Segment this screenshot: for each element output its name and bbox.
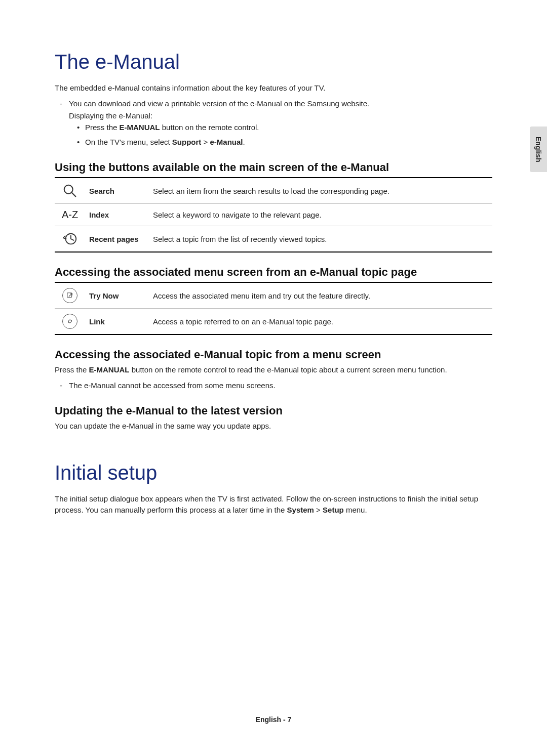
index-label: Index: [85, 204, 149, 226]
support-menu-ref: Support: [172, 138, 202, 146]
search-label: Search: [85, 178, 149, 204]
az-icon-text: A-Z: [62, 209, 78, 220]
search-desc: Select an item from the search results t…: [149, 178, 492, 204]
link-label: Link: [85, 309, 149, 335]
t: .: [243, 138, 245, 146]
method-menu: On the TV's menu, select Support > e-Man…: [55, 137, 492, 148]
t: Press the: [85, 123, 120, 132]
table-row: Search Select an item from the search re…: [55, 178, 492, 204]
heading-buttons: Using the buttons available on the main …: [55, 161, 492, 174]
t: >: [201, 138, 210, 146]
displaying-label: Displaying the e-Manual:: [55, 111, 492, 120]
try-now-desc: Access the associated menu item and try …: [149, 282, 492, 309]
display-methods-list: Press the E-MANUAL button on the remote …: [55, 122, 492, 148]
t: Press the: [55, 365, 89, 374]
topic-table: Try Now Access the associated menu item …: [55, 282, 492, 335]
svg-line-4: [71, 239, 74, 240]
e-manual-button-ref-2: E-MANUAL: [89, 365, 130, 374]
page-content: The e-Manual The embedded e-Manual conta…: [55, 51, 492, 520]
download-note: You can download and view a printable ve…: [55, 98, 492, 110]
table-row: A-Z Index Select a keyword to navigate t…: [55, 204, 492, 226]
heading-updating: Updating the e-Manual to the latest vers…: [55, 404, 492, 417]
heading-access-from-menu: Accessing the associated e-Manual topic …: [55, 348, 492, 361]
link-desc: Access a topic referred to on an e-Manua…: [149, 309, 492, 335]
buttons-table: Search Select an item from the search re…: [55, 177, 492, 253]
table-row: Link Access a topic referred to on an e-…: [55, 309, 492, 335]
download-note-list: You can download and view a printable ve…: [55, 98, 492, 120]
page-footer: English - 7: [0, 716, 547, 724]
t: button on the remote control.: [160, 123, 259, 132]
index-icon: A-Z: [55, 204, 85, 226]
try-now-label: Try Now: [85, 282, 149, 309]
search-icon: [55, 178, 85, 204]
access-from-menu-text: Press the E-MANUAL button on the remote …: [55, 364, 492, 376]
system-menu-ref: System: [287, 506, 314, 514]
heading-e-manual: The e-Manual: [55, 51, 492, 73]
recent-label: Recent pages: [85, 226, 149, 253]
e-manual-menu-ref: e-Manual: [210, 138, 243, 146]
t: On the TV's menu, select: [85, 138, 172, 146]
setup-menu-ref: Setup: [323, 506, 344, 514]
method-remote: Press the E-MANUAL button on the remote …: [55, 122, 492, 134]
e-manual-button-ref: E-MANUAL: [120, 123, 160, 132]
updating-text: You can update the e-Manual in the same …: [55, 421, 492, 432]
recent-desc: Select a topic from the list of recently…: [149, 226, 492, 253]
access-note-list: The e-Manual cannot be accessed from som…: [55, 380, 492, 392]
index-desc: Select a keyword to navigate to the rele…: [149, 204, 492, 226]
t: The initial setup dialogue box appears w…: [55, 494, 478, 515]
t: menu.: [344, 506, 367, 514]
try-now-icon: [55, 282, 85, 309]
heading-initial-setup: Initial setup: [55, 461, 492, 484]
t: >: [314, 506, 323, 514]
heading-accessing-topic: Accessing the associated menu screen fro…: [55, 266, 492, 279]
language-tab: English: [530, 127, 547, 172]
access-note: The e-Manual cannot be accessed from som…: [55, 380, 492, 392]
recent-icon: [55, 226, 85, 253]
initial-setup-text: The initial setup dialogue box appears w…: [55, 493, 492, 516]
table-row: Try Now Access the associated menu item …: [55, 282, 492, 309]
table-row: Recent pages Select a topic from the lis…: [55, 226, 492, 253]
svg-line-1: [72, 193, 76, 197]
language-tab-label: English: [534, 137, 542, 162]
intro-text: The embedded e-Manual contains informati…: [55, 82, 492, 94]
link-icon: [55, 309, 85, 335]
t: button on the remote control to read the…: [130, 365, 447, 374]
